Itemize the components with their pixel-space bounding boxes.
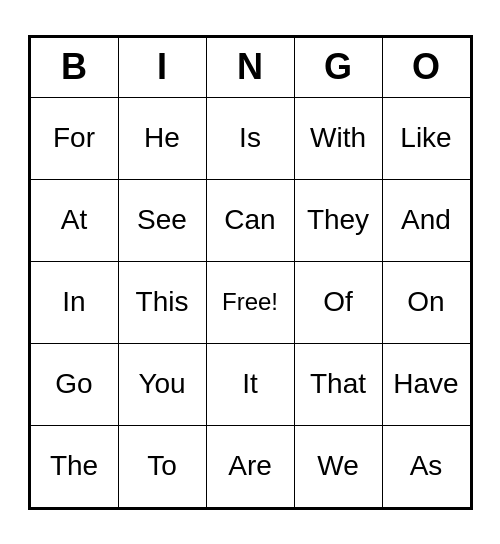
col-o: O xyxy=(382,37,470,97)
bingo-card: B I N G O ForHeIsWithLikeAtSeeCanTheyAnd… xyxy=(28,35,473,510)
cell-1-4: And xyxy=(382,179,470,261)
cell-3-0: Go xyxy=(30,343,118,425)
header-row: B I N G O xyxy=(30,37,470,97)
table-row: InThisFree!OfOn xyxy=(30,261,470,343)
cell-0-2: Is xyxy=(206,97,294,179)
cell-0-0: For xyxy=(30,97,118,179)
cell-4-2: Are xyxy=(206,425,294,507)
cell-3-2: It xyxy=(206,343,294,425)
col-i: I xyxy=(118,37,206,97)
cell-2-3: Of xyxy=(294,261,382,343)
cell-3-4: Have xyxy=(382,343,470,425)
cell-3-1: You xyxy=(118,343,206,425)
col-b: B xyxy=(30,37,118,97)
cell-1-3: They xyxy=(294,179,382,261)
table-row: ForHeIsWithLike xyxy=(30,97,470,179)
cell-4-1: To xyxy=(118,425,206,507)
cell-2-4: On xyxy=(382,261,470,343)
cell-1-0: At xyxy=(30,179,118,261)
cell-2-0: In xyxy=(30,261,118,343)
cell-1-2: Can xyxy=(206,179,294,261)
cell-0-1: He xyxy=(118,97,206,179)
cell-0-4: Like xyxy=(382,97,470,179)
cell-4-3: We xyxy=(294,425,382,507)
cell-0-3: With xyxy=(294,97,382,179)
col-g: G xyxy=(294,37,382,97)
cell-2-1: This xyxy=(118,261,206,343)
cell-3-3: That xyxy=(294,343,382,425)
cell-2-2: Free! xyxy=(206,261,294,343)
bingo-table: B I N G O ForHeIsWithLikeAtSeeCanTheyAnd… xyxy=(30,37,471,508)
cell-1-1: See xyxy=(118,179,206,261)
table-row: AtSeeCanTheyAnd xyxy=(30,179,470,261)
table-row: TheToAreWeAs xyxy=(30,425,470,507)
col-n: N xyxy=(206,37,294,97)
cell-4-4: As xyxy=(382,425,470,507)
table-row: GoYouItThatHave xyxy=(30,343,470,425)
cell-4-0: The xyxy=(30,425,118,507)
